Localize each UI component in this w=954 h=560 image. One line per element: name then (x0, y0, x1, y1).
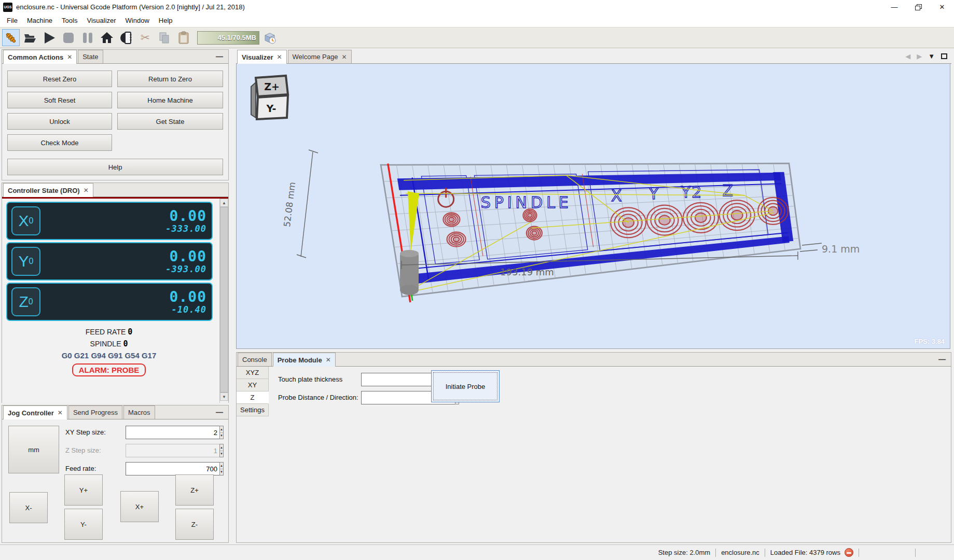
dro-panel: Controller State (DRO)✕ X0 0.00 -333.00 … (2, 183, 229, 403)
stop-button[interactable] (60, 29, 77, 46)
copy-icon (158, 32, 171, 44)
cube-side-face (251, 82, 256, 118)
send-program-button[interactable] (40, 29, 58, 46)
close-tab-icon[interactable]: ✕ (67, 53, 72, 61)
tab-probe-module[interactable]: Probe Module✕ (273, 353, 336, 367)
menu-file[interactable]: File (2, 15, 22, 26)
restore-window-icon[interactable] (906, 0, 930, 14)
reset-zero-button[interactable]: Reset Zero (7, 71, 112, 87)
probe-side-tab-xy[interactable]: XY (237, 379, 269, 391)
step-down-icon[interactable]: ▼ (220, 469, 223, 475)
home-button[interactable] (98, 29, 116, 46)
tab-common-actions[interactable]: Common Actions✕ (3, 50, 77, 64)
jog-y-minus-button[interactable]: Y- (64, 509, 103, 540)
check-mode-button[interactable]: Check Mode (7, 134, 112, 151)
scissors-icon: ✂ (141, 31, 150, 45)
minimize-panel-icon[interactable]: — (216, 52, 223, 61)
menu-machine[interactable]: Machine (22, 15, 57, 26)
spindle-readout: SPINDLE 0 (2, 339, 216, 348)
close-tab-icon[interactable]: ✕ (58, 409, 63, 416)
zero-z-axis-button[interactable]: Z0 (11, 287, 40, 316)
xy-step-spinner: ▲▼ (126, 426, 197, 439)
tab-macros[interactable]: Macros (123, 405, 155, 419)
visualizer-tabrow: Visualizer✕ Welcome Page✕ ◀ ▶ ▼ (236, 49, 951, 64)
scroll-up-icon[interactable]: ▲ (220, 199, 228, 207)
open-file-button[interactable] (21, 29, 39, 46)
menu-help[interactable]: Help (154, 15, 177, 26)
xy-step-input[interactable] (126, 426, 219, 439)
send-file-button[interactable] (117, 29, 135, 46)
close-tab-icon[interactable]: ✕ (326, 356, 331, 363)
tab-jog-controller[interactable]: Jog Controller✕ (3, 405, 67, 419)
tab-visualizer[interactable]: Visualizer✕ (237, 50, 287, 64)
dro-scrollbar[interactable]: ▲ ▼ (219, 199, 228, 403)
get-state-button[interactable]: Get State (117, 113, 223, 130)
menu-visualizer[interactable]: Visualizer (82, 15, 120, 26)
zero-x-axis-button[interactable]: X0 (11, 206, 40, 235)
tab-controller-state[interactable]: Controller State (DRO)✕ (3, 183, 93, 197)
tab-welcome-page[interactable]: Welcome Page✕ (288, 50, 352, 63)
cut-button[interactable]: ✂ (136, 29, 154, 46)
help-button[interactable]: Help (7, 159, 223, 175)
minimize-window-icon[interactable]: — (882, 0, 906, 14)
garbage-collect-button[interactable] (261, 29, 279, 46)
jog-y-plus-button[interactable]: Y+ (64, 474, 103, 506)
probe-module-panel: Console Probe Module✕ — XYZ XY Z Setting… (236, 352, 951, 543)
z-step-input (126, 444, 219, 457)
visualizer-canvas[interactable]: SPINDLEXYY2Z52.08 mm193.19 mm9.1 mmZ+Y- … (236, 64, 950, 349)
y-machine-position: -393.00 (165, 264, 206, 274)
close-tab-icon[interactable]: ✕ (84, 187, 89, 194)
connect-button[interactable] (2, 29, 20, 46)
memory-usage-text: 45.1/70.5MB (218, 34, 256, 41)
return-to-zero-button[interactable]: Return to Zero (117, 71, 223, 87)
scroll-down-icon[interactable]: ▼ (220, 393, 228, 401)
scrollbar-thumb[interactable] (220, 207, 228, 393)
probe-side-tab-xyz[interactable]: XYZ (237, 367, 269, 379)
active-gcodes: G0 G21 G94 G91 G54 G17 (2, 351, 216, 360)
feed-rate-input[interactable] (126, 462, 219, 475)
x-work-position: 0.00 (165, 208, 206, 224)
probe-side-tab-settings[interactable]: Settings (237, 404, 269, 416)
maximize-panel-icon[interactable] (941, 53, 947, 59)
app-icon: UGS (3, 3, 12, 12)
scroll-tabs-left-icon[interactable]: ◀ (905, 52, 910, 60)
close-tab-icon[interactable]: ✕ (341, 53, 347, 61)
paste-button[interactable] (175, 29, 192, 46)
tab-send-progress[interactable]: Send Progress (68, 405, 122, 419)
minimize-panel-icon[interactable]: — (216, 408, 223, 416)
close-tab-icon[interactable]: ✕ (276, 53, 282, 61)
toolbar: ✂ 45.1/70.5MB (0, 27, 954, 48)
close-window-icon[interactable]: ✕ (930, 0, 954, 14)
gcode-3d-view[interactable]: SPINDLEXYY2Z52.08 mm193.19 mm9.1 mmZ+Y- (237, 64, 950, 348)
unit-toggle-button[interactable]: mm (8, 426, 59, 473)
engraved-text: Y2 (681, 183, 702, 201)
unlock-button[interactable]: Unlock (7, 113, 112, 130)
step-down-icon[interactable]: ▼ (220, 433, 223, 439)
status-loaded-file: Loaded File: 4379 rows (770, 549, 840, 556)
scroll-tabs-right-icon[interactable]: ▶ (917, 52, 922, 60)
jog-z-minus-button[interactable]: Z- (175, 509, 214, 540)
step-up-icon[interactable]: ▲ (220, 426, 223, 433)
menu-window[interactable]: Window (121, 15, 154, 26)
tab-state[interactable]: State (78, 50, 103, 63)
menu-tools[interactable]: Tools (57, 15, 82, 26)
probe-side-tab-z[interactable]: Z (237, 391, 269, 404)
tab-list-dropdown-icon[interactable]: ▼ (928, 52, 935, 60)
memory-usage-indicator[interactable]: 45.1/70.5MB (197, 31, 259, 45)
initiate-probe-button[interactable]: Initiate Probe (431, 370, 500, 402)
step-down-icon: ▼ (220, 451, 223, 457)
soft-reset-button[interactable]: Soft Reset (7, 92, 112, 108)
tab-console[interactable]: Console (238, 353, 272, 366)
step-up-icon[interactable]: ▲ (220, 463, 223, 469)
home-icon (100, 31, 114, 45)
zero-y-axis-button[interactable]: Y0 (11, 247, 40, 276)
engraved-text: SPINDLE (481, 193, 572, 212)
status-file-name: enclosure.nc (721, 549, 759, 556)
pause-button[interactable] (79, 29, 96, 46)
jog-x-plus-button[interactable]: X+ (120, 491, 159, 522)
minimize-panel-icon[interactable]: — (938, 355, 946, 363)
copy-button[interactable] (156, 29, 173, 46)
jog-x-minus-button[interactable]: X- (9, 492, 48, 523)
jog-z-plus-button[interactable]: Z+ (175, 474, 214, 506)
home-machine-button[interactable]: Home Machine (117, 92, 223, 108)
